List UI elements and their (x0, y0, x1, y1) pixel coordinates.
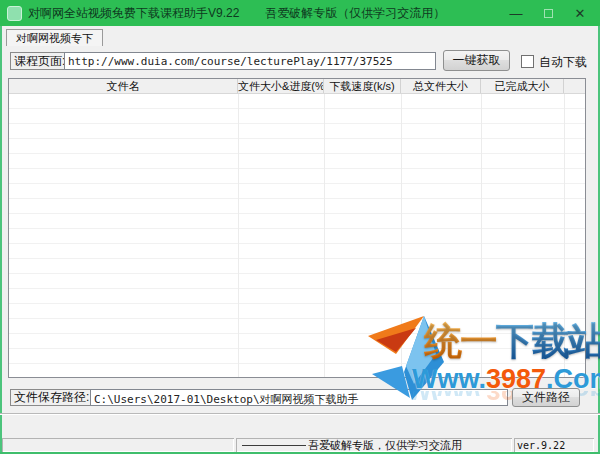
table-header-row: 文件名 文件大小&进度(%) 下载速度(k/s) 总文件大小 已完成大小 (9, 79, 585, 94)
statusbar-middle-panel: 吾爱破解专版，仅供学习交流用 (236, 438, 512, 452)
app-edition: 吾爱破解专版（仅供学习交流用） (265, 6, 445, 20)
column-divider (481, 94, 482, 377)
fetch-button[interactable]: 一键获取 (443, 50, 510, 71)
column-header-size-progress[interactable]: 文件大小&进度(%) (238, 79, 324, 93)
column-header-empty (564, 79, 585, 93)
tab-duia-video[interactable]: 对啊网视频专下 (6, 29, 103, 46)
course-url-input[interactable]: http://www.duia.com/course/lecturePlay/1… (64, 52, 436, 70)
auto-download-checkbox[interactable] (521, 55, 534, 68)
statusbar-edition-text: 吾爱破解专版，仅供学习交流用 (308, 438, 462, 452)
column-divider (564, 94, 565, 377)
window-title: 对啊网全站视频免费下载课程助手V9.22吾爱破解专版（仅供学习交流用） (28, 5, 445, 22)
course-page-label: 课程页面: (10, 52, 69, 70)
column-divider (401, 94, 402, 377)
divider-groove (0, 413, 600, 415)
column-header-total-size[interactable]: 总文件大小 (401, 79, 481, 93)
auto-download-label[interactable]: 自动下载 (539, 54, 587, 71)
table-body-empty (9, 94, 585, 377)
column-header-speed[interactable]: 下载速度(k/s) (324, 79, 401, 93)
close-icon[interactable]: ✕ (564, 0, 596, 26)
column-divider (238, 94, 239, 377)
column-divider (324, 94, 325, 377)
tab-label: 对啊网视频专下 (16, 31, 93, 46)
column-header-done-size[interactable]: 已完成大小 (481, 79, 564, 93)
app-title: 对啊网全站视频免费下载课程助手V9.22 (28, 6, 239, 20)
column-header-filename[interactable]: 文件名 (9, 79, 238, 93)
browse-path-button[interactable]: 文件路径 (512, 388, 580, 407)
version-text: ver.9.22 (517, 440, 565, 451)
titlebar: 对啊网全站视频免费下载课程助手V9.22吾爱破解专版（仅供学习交流用） — ✕ (0, 0, 600, 26)
dash-line (242, 445, 306, 446)
window-border-left (0, 26, 2, 454)
statusbar-left-panel (2, 438, 234, 452)
download-table: 文件名 文件大小&进度(%) 下载速度(k/s) 总文件大小 已完成大小 (8, 78, 586, 378)
save-path-label: 文件保存路径: (10, 389, 93, 406)
save-path-input[interactable]: C:\Users\2017-01\Desktop\对啊网视频下载助手 (90, 389, 508, 406)
app-window: 对啊网全站视频免费下载课程助手V9.22吾爱破解专版（仅供学习交流用） — ✕ … (0, 0, 600, 454)
app-icon (7, 6, 22, 21)
maximize-box-glyph (544, 9, 553, 18)
minimize-icon[interactable]: — (500, 0, 532, 26)
window-controls: — ✕ (500, 0, 596, 26)
maximize-icon[interactable] (532, 0, 564, 26)
statusbar-version-panel: ver.9.22 (514, 438, 594, 452)
